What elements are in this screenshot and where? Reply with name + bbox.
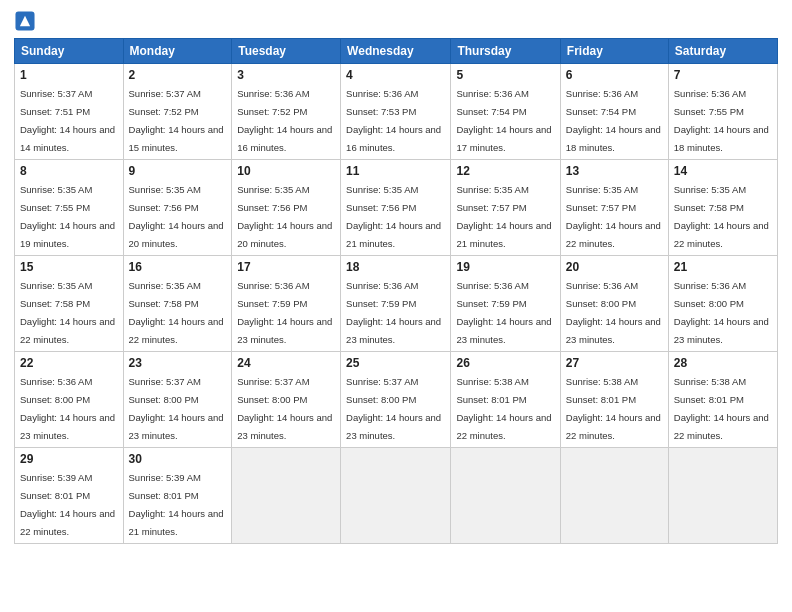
day-info: Sunrise: 5:35 AMSunset: 7:58 PMDaylight:… [674,184,769,249]
calendar-day-cell: 8 Sunrise: 5:35 AMSunset: 7:55 PMDayligh… [15,160,124,256]
day-number: 7 [674,68,772,82]
day-info: Sunrise: 5:35 AMSunset: 7:58 PMDaylight:… [129,280,224,345]
day-info: Sunrise: 5:37 AMSunset: 7:51 PMDaylight:… [20,88,115,153]
calendar-day-cell: 4 Sunrise: 5:36 AMSunset: 7:53 PMDayligh… [341,64,451,160]
calendar-header-row: SundayMondayTuesdayWednesdayThursdayFrid… [15,39,778,64]
day-info: Sunrise: 5:36 AMSunset: 8:00 PMDaylight:… [566,280,661,345]
day-info: Sunrise: 5:35 AMSunset: 7:58 PMDaylight:… [20,280,115,345]
logo-icon [14,10,36,32]
calendar-day-cell [668,448,777,544]
day-number: 25 [346,356,445,370]
day-number: 23 [129,356,227,370]
day-number: 18 [346,260,445,274]
day-info: Sunrise: 5:38 AMSunset: 8:01 PMDaylight:… [456,376,551,441]
calendar-header-cell: Sunday [15,39,124,64]
day-info: Sunrise: 5:36 AMSunset: 7:54 PMDaylight:… [456,88,551,153]
day-info: Sunrise: 5:38 AMSunset: 8:01 PMDaylight:… [566,376,661,441]
day-number: 20 [566,260,663,274]
calendar-week-row: 15 Sunrise: 5:35 AMSunset: 7:58 PMDaylig… [15,256,778,352]
calendar-header-cell: Tuesday [232,39,341,64]
day-number: 14 [674,164,772,178]
day-number: 21 [674,260,772,274]
calendar-day-cell: 15 Sunrise: 5:35 AMSunset: 7:58 PMDaylig… [15,256,124,352]
day-info: Sunrise: 5:37 AMSunset: 7:52 PMDaylight:… [129,88,224,153]
day-info: Sunrise: 5:35 AMSunset: 7:56 PMDaylight:… [346,184,441,249]
calendar-day-cell [232,448,341,544]
calendar-week-row: 8 Sunrise: 5:35 AMSunset: 7:55 PMDayligh… [15,160,778,256]
calendar-day-cell: 19 Sunrise: 5:36 AMSunset: 7:59 PMDaylig… [451,256,560,352]
day-info: Sunrise: 5:36 AMSunset: 8:00 PMDaylight:… [20,376,115,441]
calendar-header-cell: Friday [560,39,668,64]
calendar-day-cell: 14 Sunrise: 5:35 AMSunset: 7:58 PMDaylig… [668,160,777,256]
day-info: Sunrise: 5:37 AMSunset: 8:00 PMDaylight:… [129,376,224,441]
calendar-day-cell: 25 Sunrise: 5:37 AMSunset: 8:00 PMDaylig… [341,352,451,448]
calendar-day-cell: 12 Sunrise: 5:35 AMSunset: 7:57 PMDaylig… [451,160,560,256]
calendar-day-cell: 13 Sunrise: 5:35 AMSunset: 7:57 PMDaylig… [560,160,668,256]
calendar-header-cell: Thursday [451,39,560,64]
calendar-day-cell: 1 Sunrise: 5:37 AMSunset: 7:51 PMDayligh… [15,64,124,160]
calendar-day-cell: 18 Sunrise: 5:36 AMSunset: 7:59 PMDaylig… [341,256,451,352]
calendar-day-cell: 9 Sunrise: 5:35 AMSunset: 7:56 PMDayligh… [123,160,232,256]
day-info: Sunrise: 5:36 AMSunset: 7:59 PMDaylight:… [237,280,332,345]
calendar-day-cell: 30 Sunrise: 5:39 AMSunset: 8:01 PMDaylig… [123,448,232,544]
calendar-day-cell [341,448,451,544]
day-number: 16 [129,260,227,274]
day-info: Sunrise: 5:37 AMSunset: 8:00 PMDaylight:… [237,376,332,441]
calendar-day-cell: 6 Sunrise: 5:36 AMSunset: 7:54 PMDayligh… [560,64,668,160]
day-number: 11 [346,164,445,178]
header [14,10,778,32]
day-info: Sunrise: 5:36 AMSunset: 7:59 PMDaylight:… [456,280,551,345]
calendar-day-cell: 11 Sunrise: 5:35 AMSunset: 7:56 PMDaylig… [341,160,451,256]
calendar-day-cell: 22 Sunrise: 5:36 AMSunset: 8:00 PMDaylig… [15,352,124,448]
day-info: Sunrise: 5:37 AMSunset: 8:00 PMDaylight:… [346,376,441,441]
calendar-week-row: 1 Sunrise: 5:37 AMSunset: 7:51 PMDayligh… [15,64,778,160]
day-number: 12 [456,164,554,178]
calendar-day-cell [451,448,560,544]
day-info: Sunrise: 5:38 AMSunset: 8:01 PMDaylight:… [674,376,769,441]
day-number: 22 [20,356,118,370]
calendar-day-cell: 7 Sunrise: 5:36 AMSunset: 7:55 PMDayligh… [668,64,777,160]
day-info: Sunrise: 5:35 AMSunset: 7:56 PMDaylight:… [237,184,332,249]
day-info: Sunrise: 5:36 AMSunset: 8:00 PMDaylight:… [674,280,769,345]
calendar-day-cell: 28 Sunrise: 5:38 AMSunset: 8:01 PMDaylig… [668,352,777,448]
day-number: 24 [237,356,335,370]
calendar-day-cell: 17 Sunrise: 5:36 AMSunset: 7:59 PMDaylig… [232,256,341,352]
calendar-header-cell: Saturday [668,39,777,64]
calendar-day-cell: 20 Sunrise: 5:36 AMSunset: 8:00 PMDaylig… [560,256,668,352]
day-number: 9 [129,164,227,178]
day-info: Sunrise: 5:39 AMSunset: 8:01 PMDaylight:… [129,472,224,537]
day-info: Sunrise: 5:36 AMSunset: 7:53 PMDaylight:… [346,88,441,153]
day-info: Sunrise: 5:39 AMSunset: 8:01 PMDaylight:… [20,472,115,537]
day-info: Sunrise: 5:35 AMSunset: 7:56 PMDaylight:… [129,184,224,249]
day-info: Sunrise: 5:36 AMSunset: 7:52 PMDaylight:… [237,88,332,153]
logo [14,10,40,32]
calendar-day-cell: 16 Sunrise: 5:35 AMSunset: 7:58 PMDaylig… [123,256,232,352]
day-number: 10 [237,164,335,178]
day-number: 26 [456,356,554,370]
day-number: 29 [20,452,118,466]
calendar: SundayMondayTuesdayWednesdayThursdayFrid… [14,38,778,544]
calendar-day-cell [560,448,668,544]
day-info: Sunrise: 5:36 AMSunset: 7:55 PMDaylight:… [674,88,769,153]
day-number: 5 [456,68,554,82]
day-number: 13 [566,164,663,178]
calendar-day-cell: 2 Sunrise: 5:37 AMSunset: 7:52 PMDayligh… [123,64,232,160]
day-number: 6 [566,68,663,82]
calendar-day-cell: 10 Sunrise: 5:35 AMSunset: 7:56 PMDaylig… [232,160,341,256]
day-number: 8 [20,164,118,178]
calendar-week-row: 22 Sunrise: 5:36 AMSunset: 8:00 PMDaylig… [15,352,778,448]
calendar-day-cell: 5 Sunrise: 5:36 AMSunset: 7:54 PMDayligh… [451,64,560,160]
calendar-header-cell: Monday [123,39,232,64]
calendar-header-cell: Wednesday [341,39,451,64]
day-number: 17 [237,260,335,274]
day-info: Sunrise: 5:35 AMSunset: 7:57 PMDaylight:… [566,184,661,249]
calendar-day-cell: 24 Sunrise: 5:37 AMSunset: 8:00 PMDaylig… [232,352,341,448]
calendar-week-row: 29 Sunrise: 5:39 AMSunset: 8:01 PMDaylig… [15,448,778,544]
day-number: 28 [674,356,772,370]
day-info: Sunrise: 5:36 AMSunset: 7:54 PMDaylight:… [566,88,661,153]
day-number: 30 [129,452,227,466]
calendar-day-cell: 26 Sunrise: 5:38 AMSunset: 8:01 PMDaylig… [451,352,560,448]
day-number: 4 [346,68,445,82]
day-info: Sunrise: 5:35 AMSunset: 7:55 PMDaylight:… [20,184,115,249]
day-number: 19 [456,260,554,274]
